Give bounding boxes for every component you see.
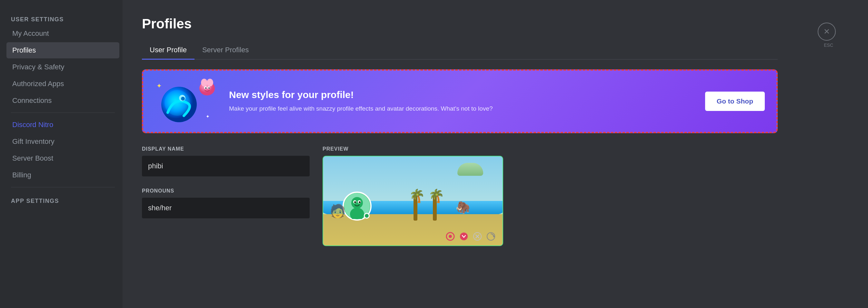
promo-creature-pink [198, 79, 216, 96]
palm-leaves-1: 🌴 [409, 188, 425, 204]
sidebar-item-label: Gift Inventory [12, 137, 55, 146]
preview-icons [445, 231, 496, 242]
tabs-container: User Profile Server Profiles [142, 41, 778, 60]
close-icon: ✕ [824, 27, 830, 36]
preview-character-float: 🦣 [456, 201, 470, 214]
palm-tree-2: 🌴 [433, 195, 437, 221]
tab-label: Server Profiles [202, 46, 249, 54]
svg-point-0 [161, 87, 197, 122]
svg-point-5 [207, 79, 213, 86]
promo-art: ✦ ✦ [155, 77, 219, 125]
sidebar-item-label: Authorized Apps [12, 80, 64, 88]
sidebar-item-gift-inventory[interactable]: Gift Inventory [6, 133, 119, 150]
svg-point-1 [179, 95, 185, 101]
preview-label: PREVIEW [322, 146, 503, 152]
svg-point-18 [449, 235, 452, 238]
sidebar-item-discord-nitro[interactable]: Discord Nitro [6, 117, 119, 133]
sidebar-item-authorized-apps[interactable]: Authorized Apps [6, 76, 119, 92]
svg-point-8 [205, 87, 207, 89]
promo-creature-main [161, 87, 197, 122]
sidebar-divider-2 [11, 187, 115, 187]
promo-title: New styles for your profile! [229, 89, 695, 100]
promo-banner: ✦ ✦ New styles for your profile! Make yo… [142, 69, 778, 133]
close-button[interactable]: ✕ [818, 23, 836, 41]
display-name-section: DISPLAY NAME [142, 146, 310, 177]
app-settings-section-label: APP SETTINGS [6, 194, 119, 207]
sidebar-item-label: Profiles [12, 46, 36, 55]
svg-point-9 [208, 87, 210, 89]
main-content: Profiles User Profile Server Profiles [123, 0, 797, 308]
tab-label: User Profile [150, 46, 187, 54]
pronouns-label: PRONOUNS [142, 188, 310, 194]
palm-leaves-2: 🌴 [428, 188, 444, 204]
preview-avatar [343, 191, 372, 221]
pronouns-input[interactable] [142, 198, 310, 218]
sparkle-2: ✦ [206, 114, 210, 119]
sidebar-item-label: Connections [12, 96, 52, 105]
preview-icon-tools [472, 231, 483, 242]
sidebar-item-privacy-safety[interactable]: Privacy & Safety [6, 59, 119, 75]
svg-point-2 [181, 97, 185, 101]
sidebar-item-label: Discord Nitro [12, 121, 53, 129]
go-to-shop-button[interactable]: Go to Shop [705, 92, 765, 111]
promo-text-area: New styles for your profile! Make your p… [229, 89, 695, 114]
preview-bg: 🌴 🌴 🦣 [323, 156, 502, 245]
promo-subtitle: Make your profile feel alive with snazzy… [229, 104, 695, 114]
preview-icon-spin [486, 231, 496, 242]
sidebar-divider-1 [11, 113, 115, 113]
svg-point-19 [460, 233, 468, 240]
preview-box: 🌴 🌴 🦣 [322, 156, 503, 246]
sidebar-item-billing[interactable]: Billing [6, 167, 119, 183]
form-right: PREVIEW 🌴 🌴 [322, 146, 503, 246]
tab-server-profiles[interactable]: Server Profiles [194, 41, 256, 60]
sidebar-item-connections[interactable]: Connections [6, 93, 119, 109]
svg-point-16 [359, 201, 361, 203]
close-button-label: ESC [824, 42, 833, 48]
sidebar-item-label: Privacy & Safety [12, 63, 64, 71]
sidebar-item-server-boost[interactable]: Server Boost [6, 150, 119, 166]
form-left: DISPLAY NAME PRONOUNS [142, 146, 310, 246]
user-settings-section-label: USER SETTINGS [6, 13, 119, 25]
sidebar-item-label: Server Boost [12, 154, 53, 162]
sidebar-item-profiles[interactable]: Profiles [6, 42, 119, 58]
palm-tree-1: 🌴 [413, 195, 417, 221]
preview-icon-ring [445, 231, 456, 242]
sidebar: USER SETTINGS My Account Profiles Privac… [0, 0, 123, 308]
page-title: Profiles [142, 16, 778, 32]
sparkle-1: ✦ [156, 82, 162, 90]
preview-icon-chevron [459, 231, 469, 242]
tab-user-profile[interactable]: User Profile [142, 41, 194, 60]
pronouns-section: PRONOUNS [142, 188, 310, 218]
preview-silhouette: 🧑 [330, 204, 346, 219]
svg-point-15 [354, 201, 356, 203]
sidebar-item-label: My Account [12, 29, 49, 38]
display-name-label: DISPLAY NAME [142, 146, 310, 152]
display-name-input[interactable] [142, 156, 310, 177]
svg-point-4 [201, 79, 208, 86]
sidebar-item-label: Billing [12, 171, 31, 179]
sidebar-item-my-account[interactable]: My Account [6, 26, 119, 41]
right-area: ✕ ESC [797, 0, 868, 308]
status-dot [364, 213, 370, 219]
svg-point-11 [351, 197, 363, 209]
form-columns: DISPLAY NAME PRONOUNS PREVIEW [142, 146, 778, 246]
